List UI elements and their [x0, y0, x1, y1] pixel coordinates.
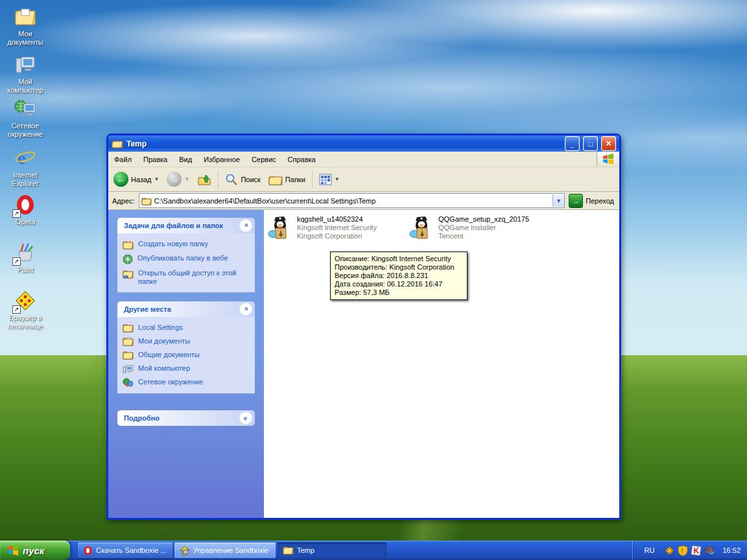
- task-new-folder[interactable]: Создать новую папку: [123, 240, 251, 250]
- up-button[interactable]: [195, 170, 214, 189]
- desktop-icon-paint[interactable]: ↗ Paint: [0, 241, 51, 274]
- shared-documents-icon: [123, 351, 134, 360]
- folders-button[interactable]: Папки: [266, 171, 308, 188]
- place-label: Local Settings: [138, 323, 183, 332]
- close-button[interactable]: ✕: [601, 136, 616, 151]
- back-dropdown-icon[interactable]: ▼: [154, 176, 160, 182]
- desktop-icon-label: Мои документы: [0, 30, 51, 47]
- desktop-icon-opera[interactable]: ↗ Opera: [0, 193, 51, 226]
- file-qqgame-setup[interactable]: QQGame_setup_xzq_20175 QQGame Installer …: [409, 215, 529, 240]
- file-description: QQGame Installer: [438, 224, 529, 232]
- go-arrow-icon: →: [569, 194, 583, 208]
- desktop-icon-my-documents[interactable]: Мои документы: [0, 5, 51, 47]
- forward-icon: →: [167, 172, 182, 187]
- tooltip-line: Дата создания: 06.12.2016 16:47: [335, 280, 463, 288]
- desktop-icon-internet-explorer[interactable]: e Internet Explorer: [0, 146, 51, 188]
- address-bar: Адрес: C:\Sandbox\alexander64\DefaultBox…: [108, 192, 619, 210]
- svg-text:e: e: [18, 148, 25, 168]
- place-label: Сетевое окружение: [138, 378, 203, 386]
- desktop-icon-label: Сетевое окружение: [0, 122, 51, 139]
- desktop: Мои документы Мой компьютер Сетевое окру…: [0, 0, 747, 560]
- desktop-icon-label: Мой компьютер: [0, 78, 51, 95]
- my-computer-icon: [14, 53, 37, 76]
- place-shared-documents[interactable]: Общие документы: [123, 351, 251, 360]
- taskbar-item-label: Temp: [297, 546, 314, 554]
- menu-tools[interactable]: Сервис: [246, 154, 282, 165]
- file-info-tooltip: Описание: Kingsoft Internet Security Про…: [330, 251, 468, 300]
- task-label: Опубликовать папку в вебе: [137, 254, 228, 262]
- shortcut-arrow-icon: ↗: [12, 257, 21, 266]
- window-title: Temp: [126, 139, 562, 148]
- desktop-icon-network[interactable]: Сетевое окружение: [0, 97, 51, 139]
- menu-bar: Файл Правка Вид Избранное Сервис Справка: [108, 152, 619, 167]
- address-input[interactable]: C:\Sandbox\alexander64\DefaultBox\user\c…: [139, 193, 565, 208]
- maximize-button[interactable]: □: [583, 136, 598, 151]
- desktop-icon-my-computer[interactable]: Мой компьютер: [0, 53, 51, 95]
- language-indicator[interactable]: RU: [639, 546, 660, 554]
- toolbar-separator: [312, 171, 313, 188]
- panel-file-tasks-header[interactable]: Задачи для файлов и папок »: [117, 218, 255, 233]
- back-icon: ←: [113, 172, 128, 187]
- menu-favorites[interactable]: Избранное: [198, 154, 246, 165]
- tooltip-line: Производитель: Kingsoft Corporation: [335, 263, 463, 272]
- title-bar[interactable]: Temp _ □ ✕: [108, 135, 619, 152]
- panel-other-places: Другие места » Local Settings Мои докуме…: [117, 301, 255, 393]
- views-button[interactable]: ▼: [316, 171, 342, 188]
- internet-explorer-icon: e: [14, 146, 37, 170]
- toolbar: ← Назад ▼ → ▼ Поиск Папки: [108, 167, 619, 192]
- back-button[interactable]: ← Назад ▼: [111, 170, 161, 189]
- start-button[interactable]: пуск: [0, 541, 70, 560]
- place-label: Мой компьютер: [138, 364, 190, 373]
- place-my-computer[interactable]: Мой компьютер: [123, 364, 251, 373]
- panel-other-places-header[interactable]: Другие места »: [117, 301, 255, 317]
- desktop-icon-label: Paint: [17, 266, 33, 274]
- collapse-chevron-icon[interactable]: »: [239, 219, 252, 232]
- menu-edit[interactable]: Правка: [137, 154, 173, 165]
- minimize-button[interactable]: _: [565, 136, 580, 151]
- address-dropdown-icon[interactable]: ▼: [552, 194, 564, 207]
- windows-logo-icon: [597, 152, 619, 167]
- place-local-settings[interactable]: Local Settings: [123, 323, 251, 332]
- my-documents-icon: [123, 337, 134, 346]
- search-button[interactable]: Поиск: [222, 171, 263, 188]
- agent-tray-icon[interactable]: [704, 545, 715, 556]
- menu-file[interactable]: Файл: [108, 154, 137, 165]
- place-label: Общие документы: [138, 351, 200, 359]
- window-body: Задачи для файлов и папок » Создать нову…: [108, 210, 619, 518]
- clock[interactable]: 16:52: [720, 546, 741, 554]
- collapse-chevron-icon[interactable]: »: [239, 303, 252, 316]
- taskbar-item-opera-download[interactable]: Скачать Sandboxie ...: [78, 542, 172, 558]
- taskbar-item-sandboxie-control[interactable]: Управление Sandboxie: [174, 542, 276, 558]
- window-folder-icon: [112, 139, 123, 149]
- panel-details-header[interactable]: Подробно »: [117, 410, 255, 426]
- task-publish-web[interactable]: Опубликовать папку в вебе: [123, 254, 251, 264]
- share-folder-icon: [123, 269, 134, 279]
- task-share-folder[interactable]: Открыть общий доступ к этой папке: [123, 269, 251, 286]
- place-label: Мои документы: [138, 337, 190, 345]
- file-vendor: Tencent: [438, 232, 529, 240]
- file-kqgshell[interactable]: kqgshell_u14052324 Kingsoft Internet Sec…: [268, 215, 377, 240]
- panel-title: Подробно: [124, 414, 239, 422]
- views-dropdown-icon[interactable]: ▼: [335, 176, 340, 182]
- go-button[interactable]: → Переход: [569, 194, 617, 208]
- folder-icon: [283, 546, 294, 555]
- publish-web-icon: [123, 254, 133, 264]
- network-icon: [14, 97, 37, 121]
- taskbar-item-label: Скачать Sandboxie ...: [96, 546, 167, 554]
- address-folder-icon: [141, 196, 152, 205]
- file-list[interactable]: kqgshell_u14052324 Kingsoft Internet Sec…: [264, 210, 619, 518]
- place-my-documents[interactable]: Мои документы: [123, 337, 251, 346]
- place-network[interactable]: Сетевое окружение: [123, 378, 251, 387]
- desktop-icon-sandboxed-browser[interactable]: ↗ Браузер в песочнице: [0, 289, 51, 331]
- forward-button[interactable]: → ▼: [164, 170, 192, 189]
- panel-file-tasks: Задачи для файлов и папок » Создать нову…: [117, 218, 255, 292]
- taskbar-item-temp[interactable]: Temp: [278, 542, 386, 558]
- menu-view[interactable]: Вид: [173, 154, 198, 165]
- search-icon: [225, 173, 238, 186]
- security-alert-shield-icon[interactable]: !: [678, 545, 688, 556]
- sandboxie-tray-icon[interactable]: [664, 545, 675, 556]
- menu-help[interactable]: Справка: [282, 154, 322, 165]
- expand-chevron-icon[interactable]: »: [239, 412, 252, 425]
- kaspersky-tray-icon[interactable]: K: [691, 545, 702, 556]
- shortcut-arrow-icon: ↗: [12, 209, 21, 218]
